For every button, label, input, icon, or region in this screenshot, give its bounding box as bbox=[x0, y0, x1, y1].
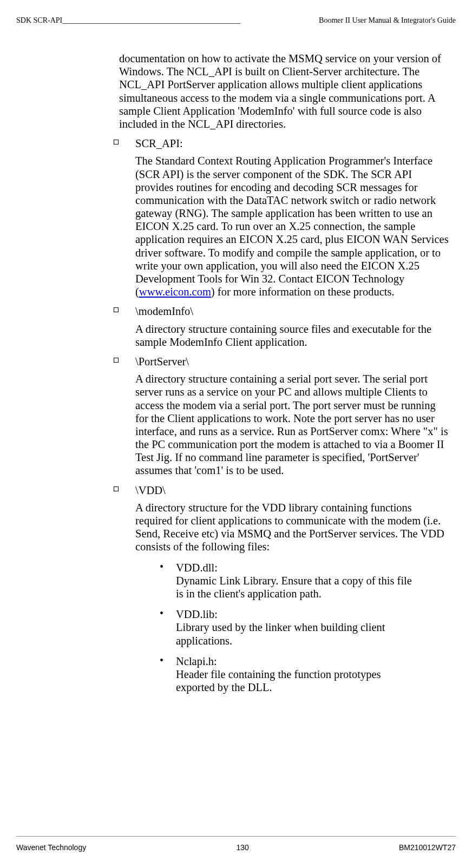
bullet-item-portserver: \PortServer\ A directory structure conta… bbox=[119, 355, 450, 477]
bullet-label: \VDD\ bbox=[135, 484, 450, 497]
square-bullet-icon bbox=[114, 486, 119, 491]
eicon-link[interactable]: www.eicon.com bbox=[139, 286, 211, 298]
bullet-item-scr-api: SCR_API: The Standard Context Routing Ap… bbox=[119, 137, 450, 298]
bullet-body: A directory structure containing a seria… bbox=[135, 372, 450, 477]
sub-bullet-vdd-dll: • VDD.dll:Dynamic Link Library. Ensure t… bbox=[135, 561, 450, 601]
square-bullet-icon bbox=[114, 307, 119, 312]
header-right: Boomer II User Manual & Integrator's Gui… bbox=[319, 16, 456, 25]
body-pre: The Standard Context Routing Application… bbox=[135, 155, 449, 298]
page-header: SDK SCR-API ____________________________… bbox=[16, 16, 456, 25]
footer-left: Wavenet Technology bbox=[16, 843, 86, 852]
page-content: documentation on how to activate the MSM… bbox=[16, 52, 456, 694]
sub-desc: Header file containing the function prot… bbox=[176, 668, 419, 694]
bullet-body: A directory structure for the VDD librar… bbox=[135, 501, 450, 554]
footer-right: BM210012WT27 bbox=[399, 843, 456, 852]
sub-label: Nclapi.h: bbox=[176, 655, 230, 668]
bullet-item-modeminfo: \modemInfo\ A directory structure contai… bbox=[119, 305, 450, 348]
footer-page-number: 130 bbox=[236, 843, 248, 852]
body-post: ) for more information on these products… bbox=[211, 286, 395, 298]
intro-paragraph: documentation on how to activate the MSM… bbox=[119, 52, 450, 130]
bullet-dot-icon: • bbox=[160, 655, 163, 666]
bullet-label: SCR_API: bbox=[135, 137, 450, 150]
bullet-body: The Standard Context Routing Application… bbox=[135, 154, 450, 298]
header-left: SDK SCR-API ____________________________… bbox=[16, 16, 240, 25]
bullet-dot-icon: • bbox=[160, 608, 163, 619]
square-bullet-icon bbox=[114, 140, 119, 144]
page-footer: Wavenet Technology 130 BM210012WT27 bbox=[16, 836, 456, 852]
bullet-dot-icon: • bbox=[160, 561, 163, 572]
sub-bullet-nclapi-h: • Nclapi.h:Header file containing the fu… bbox=[135, 655, 450, 694]
square-bullet-icon bbox=[114, 358, 119, 363]
sub-desc: Dynamic Link Library. Ensure that a copy… bbox=[176, 574, 419, 600]
sub-desc: Library used by the linker when building… bbox=[176, 621, 419, 647]
bullet-item-vdd: \VDD\ A directory structure for the VDD … bbox=[119, 484, 450, 694]
sub-label: VDD.lib: bbox=[176, 608, 230, 621]
header-divider-line: ________________________________________… bbox=[62, 16, 240, 25]
bullet-label: \modemInfo\ bbox=[135, 305, 450, 318]
sub-label: VDD.dll: bbox=[176, 561, 230, 574]
sub-bullet-vdd-lib: • VDD.lib:Library used by the linker whe… bbox=[135, 608, 450, 647]
bullet-label: \PortServer\ bbox=[135, 355, 450, 368]
bullet-body: A directory structure containing source … bbox=[135, 323, 450, 348]
header-left-text: SDK SCR-API bbox=[16, 16, 62, 24]
